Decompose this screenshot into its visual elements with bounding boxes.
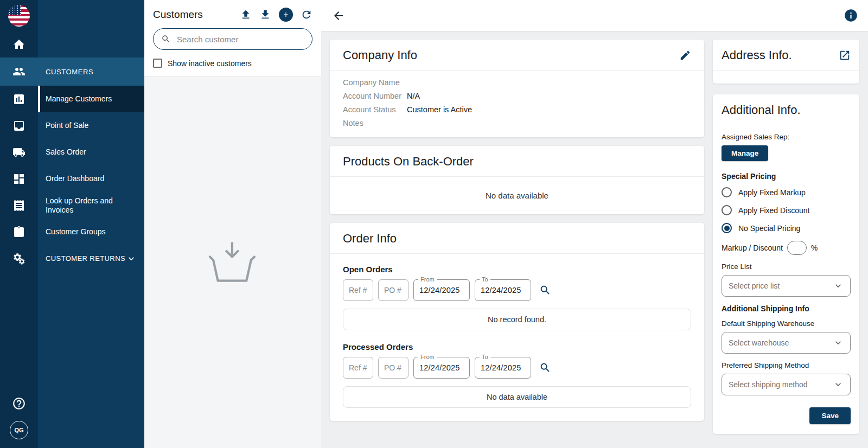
default-warehouse-label: Default Shipping Warehouse bbox=[722, 319, 851, 328]
radio-label: Apply Fixed Discount bbox=[738, 206, 810, 215]
percent-suffix: % bbox=[811, 244, 818, 252]
company-info-body: Company Name Account Number N/A Account … bbox=[330, 71, 704, 137]
search-input[interactable] bbox=[176, 34, 304, 44]
sidebar-spacer bbox=[38, 0, 144, 57]
order-info-card: Order Info Open Orders From 12/24/2025 bbox=[330, 223, 704, 421]
icon-rail: QG bbox=[0, 0, 38, 448]
date-field-value: 12/24/2025 bbox=[419, 286, 460, 295]
empty-basket-icon bbox=[208, 241, 258, 284]
chevron-down-icon bbox=[126, 253, 137, 264]
markup-discount-label: Markup / Discount bbox=[722, 244, 783, 252]
rail-item-invoices[interactable] bbox=[0, 192, 38, 219]
back-order-header: Products On Back-Order bbox=[330, 146, 704, 177]
sidebar-item-label: Manage Customers bbox=[46, 94, 112, 104]
markup-discount-input[interactable] bbox=[787, 241, 807, 255]
info-button[interactable] bbox=[844, 8, 858, 23]
open-orders-ref-input[interactable] bbox=[343, 279, 373, 301]
sidebar-item-order-dashboard[interactable]: Order Dashboard bbox=[38, 165, 144, 192]
price-list-select[interactable]: Select price list bbox=[722, 275, 851, 297]
open-orders-search-button[interactable] bbox=[537, 282, 553, 298]
sales-rep-label: Assigned Sales Rep: bbox=[722, 133, 851, 141]
date-field-value: 12/24/2025 bbox=[419, 363, 460, 372]
panel-title: Customers bbox=[153, 9, 240, 21]
help-button[interactable] bbox=[0, 390, 38, 417]
rail-item-home[interactable] bbox=[0, 31, 38, 57]
rail-item-point-of-sale[interactable] bbox=[0, 112, 38, 139]
app-logo[interactable] bbox=[0, 0, 38, 31]
field-value: N/A bbox=[407, 92, 420, 100]
rail-item-reports[interactable] bbox=[0, 219, 38, 245]
radio-icon[interactable] bbox=[722, 187, 732, 197]
additional-info-body: Assigned Sales Rep: Manage Special Prici… bbox=[713, 125, 859, 434]
sidebar-item-customer-groups[interactable]: Customer Groups bbox=[38, 219, 144, 245]
open-orders-from-date[interactable]: From 12/24/2025 bbox=[413, 279, 470, 301]
warehouse-select[interactable]: Select warehouse bbox=[722, 332, 851, 354]
save-button[interactable]: Save bbox=[809, 407, 851, 424]
rail-item-analytics[interactable] bbox=[0, 86, 38, 112]
processed-orders-from-date[interactable]: From 12/24/2025 bbox=[413, 357, 470, 379]
processed-orders-to-date[interactable]: To 12/24/2025 bbox=[475, 357, 531, 379]
dashboard-icon bbox=[12, 172, 25, 185]
rail-item-settings[interactable] bbox=[0, 245, 38, 272]
customer-list-empty-state bbox=[144, 77, 321, 448]
checkbox-icon[interactable] bbox=[153, 59, 162, 68]
radio-apply-fixed-discount[interactable]: Apply Fixed Discount bbox=[722, 205, 851, 215]
processed-orders-po-input[interactable] bbox=[378, 357, 409, 379]
company-info-card: Company Info Company Name Account Number bbox=[330, 40, 704, 137]
additional-info-card: Additional Info. Assigned Sales Rep: Man… bbox=[713, 94, 859, 434]
open-orders-label: Open Orders bbox=[343, 265, 691, 274]
processed-orders-search-button[interactable] bbox=[537, 360, 553, 376]
sidebar-item-manage-customers[interactable]: Manage Customers bbox=[38, 86, 144, 112]
radio-apply-fixed-markup[interactable]: Apply Fixed Markup bbox=[722, 187, 851, 197]
right-column: Address Info. Additional Info. Assigned … bbox=[713, 40, 859, 448]
add-customer-button[interactable] bbox=[279, 8, 293, 22]
radio-no-special-pricing[interactable]: No Special Pricing bbox=[722, 223, 851, 233]
customer-search[interactable] bbox=[153, 28, 312, 50]
radio-icon[interactable] bbox=[722, 205, 732, 215]
refresh-button[interactable] bbox=[301, 9, 312, 21]
plus-icon bbox=[282, 10, 290, 20]
edit-company-button[interactable] bbox=[679, 49, 691, 61]
price-list-label: Price List bbox=[722, 263, 851, 271]
field-label: Account Number bbox=[343, 92, 407, 100]
processed-orders-filter-row: From 12/24/2025 To 12/24/2025 bbox=[343, 357, 691, 379]
chevron-down-icon bbox=[833, 280, 844, 291]
sidebar-item-lookup-orders-invoices[interactable]: Look up Orders and Invoices bbox=[38, 192, 144, 219]
qg-badge[interactable]: QG bbox=[10, 421, 28, 439]
rail-item-order-dashboard[interactable] bbox=[0, 165, 38, 192]
clipboard-icon bbox=[12, 226, 25, 239]
sidebar-section-label: CUSTOMERS bbox=[46, 68, 93, 76]
field-account-number: Account Number N/A bbox=[343, 92, 691, 100]
sidebar-item-label: CUSTOMER RETURNS bbox=[46, 254, 125, 263]
rail-item-customers[interactable] bbox=[0, 57, 38, 86]
customer-panel-header: Customers bbox=[144, 0, 321, 27]
sidebar-item-customer-returns[interactable]: CUSTOMER RETURNS bbox=[38, 245, 144, 272]
sidebar-section-customers[interactable]: CUSTOMERS bbox=[38, 57, 144, 86]
back-button[interactable] bbox=[329, 6, 348, 25]
show-inactive-toggle[interactable]: Show inactive customers bbox=[144, 56, 321, 77]
address-info-title: Address Info. bbox=[722, 48, 792, 62]
search-icon bbox=[539, 284, 551, 296]
sidebar-item-label: Sales Order bbox=[46, 148, 86, 157]
sidebar-item-point-of-sale[interactable]: Point of Sale bbox=[38, 112, 144, 139]
processed-orders-label: Processed Orders bbox=[343, 342, 691, 351]
upload-icon bbox=[240, 9, 252, 21]
open-address-button[interactable] bbox=[839, 49, 851, 61]
processed-orders-ref-input[interactable] bbox=[343, 357, 373, 379]
field-value: Customer is Active bbox=[407, 105, 472, 114]
upload-button[interactable] bbox=[240, 9, 252, 21]
date-field-label: From bbox=[418, 354, 437, 360]
open-orders-po-input[interactable] bbox=[378, 279, 409, 301]
manage-sales-rep-button[interactable]: Manage bbox=[722, 145, 768, 161]
open-orders-to-date[interactable]: To 12/24/2025 bbox=[475, 279, 531, 301]
open-orders-empty-box: No record found. bbox=[343, 309, 691, 330]
field-label: Notes bbox=[343, 119, 407, 127]
download-button[interactable] bbox=[259, 9, 271, 21]
shipping-method-select[interactable]: Select shipping method bbox=[722, 374, 851, 395]
sidebar-item-sales-order[interactable]: Sales Order bbox=[38, 139, 144, 165]
address-info-header: Address Info. bbox=[713, 40, 859, 71]
radio-checked-icon[interactable] bbox=[722, 223, 732, 233]
field-label: Company Name bbox=[343, 78, 407, 87]
rail-item-sales-order[interactable] bbox=[0, 139, 38, 165]
invoice-icon bbox=[12, 199, 25, 212]
